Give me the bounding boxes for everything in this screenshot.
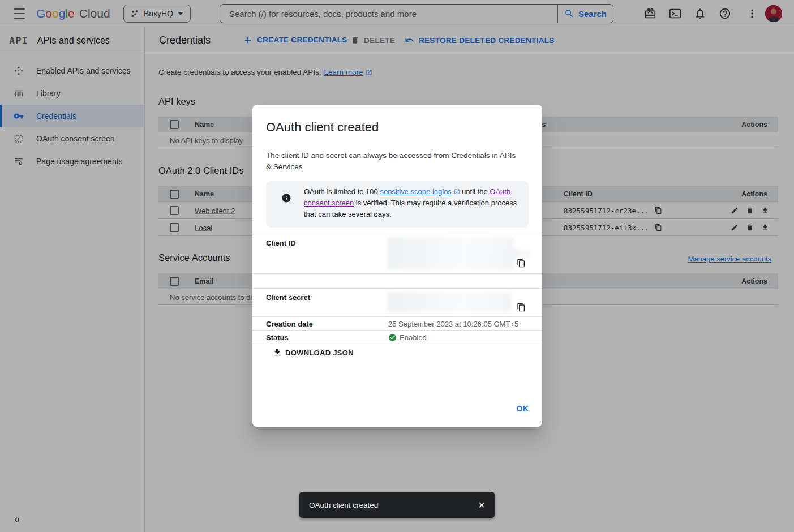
sensitive-scope-logins-link[interactable]: sensitive scope logins: [380, 187, 451, 196]
client-id-label: Client ID: [266, 239, 296, 247]
dialog-title: OAuth client created: [266, 120, 379, 135]
copy-icon[interactable]: [517, 259, 526, 268]
check-circle-icon: [388, 333, 397, 342]
creation-date-label: Creation date: [266, 320, 313, 328]
client-secret-label: Client secret: [266, 293, 310, 302]
copy-icon[interactable]: [517, 303, 526, 312]
ok-button[interactable]: OK: [517, 404, 529, 413]
status-row: Status Enabled: [252, 331, 542, 344]
status-label: Status: [266, 333, 289, 342]
info-icon: [281, 193, 291, 203]
dialog-description: The client ID and secret can always be a…: [266, 150, 520, 173]
notice-text: OAuth is limited to 100 sensitive scope …: [304, 186, 530, 220]
notice-banner: OAuth is limited to 100 sensitive scope …: [266, 181, 529, 228]
download-json-button[interactable]: DOWNLOAD JSON: [273, 348, 354, 357]
external-link-icon: [454, 188, 460, 195]
client-id-redacted-value: [387, 237, 514, 269]
client-id-redacted-value: [513, 249, 530, 259]
creation-date-value: 25 September 2023 at 10:26:05 GMT+5: [388, 320, 518, 328]
snackbar: OAuth client created ✕: [299, 492, 495, 518]
status-value: Enabled: [400, 333, 427, 342]
download-icon: [273, 348, 282, 357]
snackbar-message: OAuth client created: [309, 501, 475, 509]
creation-date-row: Creation date 25 September 2023 at 10:26…: [252, 317, 542, 331]
close-icon[interactable]: ✕: [475, 496, 489, 514]
client-secret-redacted-value: [387, 293, 512, 312]
oauth-client-created-dialog: OAuth client created The client ID and s…: [252, 105, 542, 427]
